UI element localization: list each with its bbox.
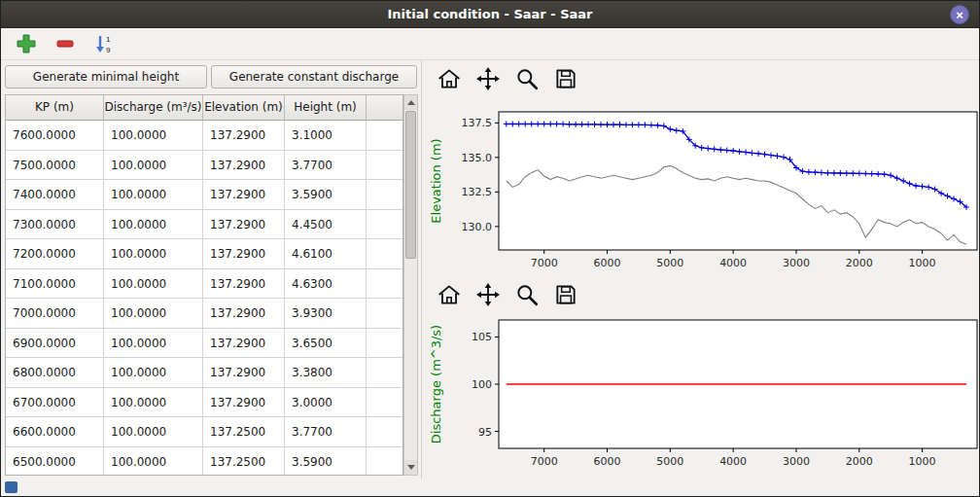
table-row[interactable]: 6800.0000100.0000137.29003.3800 (6, 358, 402, 388)
table-cell[interactable]: 6700.0000 (6, 388, 104, 418)
discharge-chart[interactable]: 700060005000400030002000100095100105Disc… (425, 310, 979, 478)
table-cell[interactable]: 6800.0000 (6, 358, 104, 388)
scroll-up-button[interactable] (404, 95, 417, 110)
table-cell[interactable]: 137.2900 (203, 388, 285, 418)
table-cell[interactable]: 100.0000 (104, 269, 203, 300)
column-header[interactable]: Discharge (m³/s) (104, 95, 203, 121)
table-cell[interactable]: 4.6100 (285, 239, 367, 269)
table-row[interactable]: 7000.0000100.0000137.29003.9300 (6, 299, 402, 329)
table-row[interactable]: 6700.0000100.0000137.29003.0000 (6, 388, 402, 418)
table-row[interactable]: 6900.0000100.0000137.29003.6500 (6, 329, 402, 359)
table-row-filler (367, 299, 402, 329)
table-cell[interactable]: 7200.0000 (6, 239, 104, 269)
plot1-zoom-button[interactable] (510, 63, 543, 94)
table-cell[interactable]: 137.2900 (203, 358, 285, 388)
table-row[interactable]: 7500.0000100.0000137.29003.7700 (6, 151, 402, 181)
plot1-pan-button[interactable] (472, 63, 505, 94)
svg-text:6000: 6000 (593, 455, 620, 468)
table-cell[interactable]: 7500.0000 (6, 151, 104, 181)
table-row[interactable]: 6500.0000100.0000137.25003.5900 (6, 447, 402, 477)
table-cell[interactable]: 3.7700 (285, 151, 367, 181)
table-cell[interactable]: 7400.0000 (6, 180, 104, 210)
table-row[interactable]: 7200.0000100.0000137.29004.6100 (6, 239, 402, 269)
table-row[interactable]: 7100.0000100.0000137.29004.6300 (6, 269, 402, 300)
plot2-zoom-button[interactable] (510, 279, 543, 310)
table-cell[interactable]: 6900.0000 (6, 329, 104, 359)
table-cell[interactable]: 3.5900 (285, 180, 367, 210)
table-cell[interactable]: 100.0000 (104, 210, 203, 240)
table-row-filler (367, 210, 402, 240)
plot2-save-button[interactable] (549, 279, 582, 310)
plot2-pan-button[interactable] (472, 279, 505, 310)
table-cell[interactable]: 3.6500 (285, 329, 367, 359)
table-cell[interactable]: 100.0000 (104, 121, 203, 151)
table-cell[interactable]: 137.2900 (203, 180, 285, 210)
table-cell[interactable]: 7600.0000 (6, 121, 104, 151)
plot1-home-button[interactable] (433, 63, 466, 94)
table-cell[interactable]: 137.2500 (203, 417, 285, 447)
plot2-home-button[interactable] (433, 279, 466, 310)
table-cell[interactable]: 3.9300 (285, 299, 367, 329)
table-cell[interactable]: 100.0000 (104, 151, 203, 181)
table-row[interactable]: 7400.0000100.0000137.29003.5900 (6, 180, 402, 210)
table-cell[interactable]: 137.2900 (203, 210, 285, 240)
table-cell[interactable]: 3.1000 (285, 121, 367, 151)
table-cell[interactable]: 3.7700 (285, 417, 367, 447)
table-row[interactable]: 6600.0000100.0000137.25003.7700 (6, 417, 402, 447)
table-cell[interactable]: 137.2900 (203, 329, 285, 359)
table-cell[interactable]: 137.2900 (203, 269, 285, 300)
table-cell[interactable]: 100.0000 (104, 388, 203, 418)
svg-text:105: 105 (472, 331, 492, 343)
generate-minimal-height-button[interactable]: Generate minimal height (5, 65, 207, 89)
scroll-down-button[interactable] (404, 460, 417, 475)
column-header[interactable]: Height (m) (285, 95, 367, 121)
table-cell[interactable]: 100.0000 (104, 358, 203, 388)
generate-constant-discharge-button[interactable]: Generate constant discharge (211, 65, 417, 89)
table-cell[interactable]: 137.2900 (203, 151, 285, 181)
table-cell[interactable]: 137.2900 (203, 239, 285, 269)
table-scrollbar[interactable] (403, 94, 418, 476)
titlebar[interactable]: Initial condition - Saar - Saar × (1, 1, 979, 28)
window-grip-icon[interactable] (5, 481, 18, 493)
table-cell[interactable]: 100.0000 (104, 447, 203, 477)
svg-text:7000: 7000 (531, 455, 558, 468)
table-cell[interactable]: 100.0000 (104, 299, 203, 329)
table-cell[interactable]: 3.0000 (285, 388, 367, 418)
svg-text:100: 100 (472, 378, 492, 391)
table-row[interactable]: 7300.0000100.0000137.29004.4500 (6, 210, 402, 240)
add-row-button[interactable] (13, 31, 40, 56)
table-cell[interactable]: 6600.0000 (6, 417, 104, 447)
table-body: 7600.0000100.0000137.29003.10007500.0000… (6, 121, 402, 476)
table-row-filler (367, 269, 402, 300)
svg-text:9: 9 (106, 46, 111, 54)
magnifier-icon (514, 282, 540, 307)
elevation-chart[interactable]: 7000600050004000300020001000130.0132.513… (425, 100, 979, 275)
close-button[interactable]: × (950, 5, 969, 24)
scrollbar-thumb[interactable] (405, 111, 416, 259)
table-cell[interactable]: 3.3800 (285, 358, 367, 388)
table-cell[interactable]: 137.2900 (203, 299, 285, 329)
table-cell[interactable]: 100.0000 (104, 417, 203, 447)
table-cell[interactable]: 137.2500 (203, 447, 285, 477)
plot1-save-button[interactable] (549, 63, 582, 94)
add-icon (16, 33, 37, 54)
sort-button[interactable]: 1 9 (90, 31, 118, 56)
table-cell[interactable]: 4.6300 (285, 269, 367, 300)
table-row[interactable]: 7600.0000100.0000137.29003.1000 (6, 121, 402, 151)
table-cell[interactable]: 4.4500 (285, 210, 367, 240)
table-cell[interactable]: 100.0000 (104, 239, 203, 269)
table-cell[interactable]: 7000.0000 (6, 299, 104, 329)
table-cell[interactable]: 7300.0000 (6, 210, 104, 240)
svg-text:1000: 1000 (909, 455, 936, 468)
table-cell[interactable]: 7100.0000 (6, 269, 104, 300)
table-cell[interactable]: 6500.0000 (6, 447, 104, 477)
delete-row-button[interactable] (52, 31, 79, 56)
panel-splitter[interactable] (421, 60, 422, 479)
column-header[interactable]: Elevation (m) (203, 95, 285, 121)
column-header[interactable]: KP (m) (6, 95, 104, 121)
table-cell[interactable]: 137.2900 (203, 121, 285, 151)
svg-text:Discharge (m^3/s): Discharge (m^3/s) (429, 325, 443, 444)
table-cell[interactable]: 3.5900 (285, 447, 367, 477)
table-cell[interactable]: 100.0000 (104, 180, 203, 210)
table-cell[interactable]: 100.0000 (104, 329, 203, 359)
